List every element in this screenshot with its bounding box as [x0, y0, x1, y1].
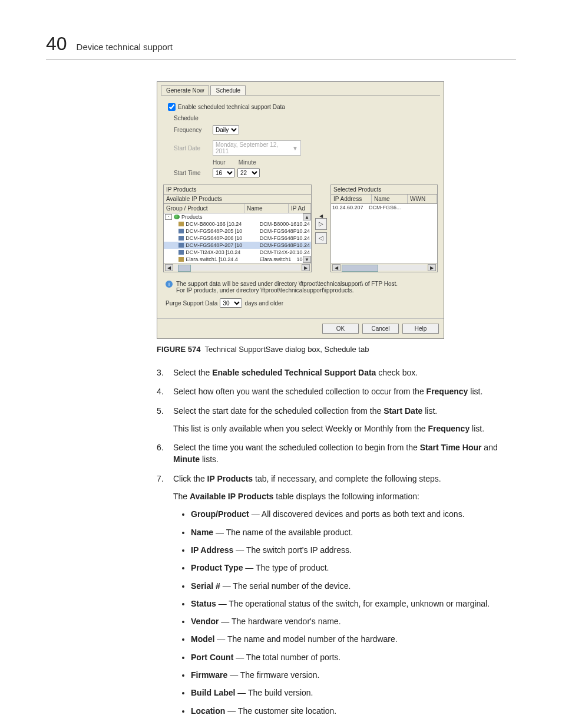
col-ip-address[interactable]: IP Ad [289, 204, 311, 213]
tab-schedule[interactable]: Schedule [210, 85, 246, 95]
device-icon [178, 222, 184, 226]
minute-select[interactable]: 22 [237, 168, 260, 177]
tree-row-name: DCM-B8000-166 [260, 221, 297, 227]
purge-suffix: days and older [244, 300, 283, 307]
horizontal-scrollbar[interactable]: ◀ ▶ [331, 263, 437, 272]
cancel-button[interactable]: Cancel [362, 324, 399, 334]
frequency-label: Frequency [174, 127, 213, 133]
selected-column-headers: IP Address Name WWN [331, 195, 437, 204]
globe-icon [174, 215, 180, 219]
move-right-button[interactable]: ▷ [315, 218, 327, 230]
list-item: Model — The name and model number of the… [191, 633, 516, 645]
tree-row-name: Elara.switch1 [260, 256, 297, 262]
frequency-select[interactable]: Daily [213, 125, 239, 134]
tree-row-ip: 10.24 [296, 249, 310, 255]
available-products-panel: IP Products Available IP Products Group … [163, 185, 312, 272]
tree-row[interactable]: Elara.switch1 [10.24.4Elara.switch110.24 [164, 256, 311, 263]
list-item: Location — The customer site location. [191, 705, 516, 717]
selected-products-list[interactable]: 10.24.60.207DCM-FGS6... [331, 204, 437, 263]
tree-row-ip: 10.24 [296, 242, 310, 248]
tree-row[interactable]: DCM-FGS648P-206 [10DCM-FGS648P-20610.24 [164, 235, 311, 242]
list-item: Port Count — The total number of ports. [191, 651, 516, 663]
ip-products-inner-tab[interactable]: IP Products [164, 185, 311, 195]
list-item: Product Type — The type of product. [191, 562, 516, 574]
tree-row[interactable]: DCM-FGS648P-205 [10DCM-FGS648P-20510.24 [164, 228, 311, 235]
tree-row-group: DCM-B8000-166 [10.24 [186, 221, 259, 227]
start-date-field[interactable]: Monday, September 12, 2011 ▼ [213, 140, 301, 156]
ok-button[interactable]: OK [322, 324, 359, 334]
list-item: Vendor — The hardware vendor's name. [191, 615, 516, 627]
field-definitions-list: Group/Product — All discovered devices a… [191, 508, 516, 717]
tree-row-ip: 10.24 [296, 221, 310, 227]
start-date-label: Start Date [174, 145, 213, 151]
info-text-line1: The support data will be saved under dir… [176, 281, 398, 287]
device-icon [178, 236, 184, 241]
selected-row-ip: 10.24.60.207 [332, 205, 369, 210]
enable-scheduled-checkbox[interactable] [168, 103, 176, 111]
device-icon [178, 229, 184, 233]
list-item: Status — The operational status of the s… [191, 598, 516, 610]
purge-days-select[interactable]: 30 [220, 298, 242, 308]
hour-select[interactable]: 16 [213, 168, 235, 177]
step-3: Select the Enable scheduled Technical Su… [157, 367, 516, 378]
tree-row-ip: 10.24 [296, 235, 310, 241]
tab-generate-now[interactable]: Generate Now [161, 85, 209, 95]
tree-row-group: DCM-FGS648P-206 [10 [186, 235, 259, 241]
device-icon [178, 257, 184, 262]
tree-row-group: DCM-TI24X-203 [10.24 [186, 249, 259, 255]
tree-row-group: Elara.switch1 [10.24.4 [186, 256, 259, 262]
step-5: Select the start date for the scheduled … [157, 405, 516, 435]
device-icon [178, 243, 184, 248]
list-item: Build Label — The build version. [191, 687, 516, 699]
tree-row-group: DCM-FGS648P-207 [10 [186, 242, 259, 248]
col-group-product[interactable]: Group / Product [164, 204, 244, 213]
scroll-right-icon[interactable]: ▶ [428, 264, 436, 271]
selected-products-panel: Selected Products IP Address Name WWN 10… [330, 185, 438, 272]
start-date-value: Monday, September 12, 2011 [216, 141, 292, 154]
tree-row[interactable]: DCM-FGS648P-207 [10DCM-FGS648P-20710.24 [164, 242, 311, 249]
tree-row-ip: 10.24 [296, 228, 310, 234]
tree-row[interactable]: DCM-TI24X-203 [10.24DCM-TI24X-20310.24 [164, 249, 311, 256]
help-button[interactable]: Help [402, 324, 439, 334]
scroll-up-icon[interactable]: ▲ [303, 213, 311, 220]
sel-col-name[interactable]: Name [372, 195, 408, 203]
step-7: Click the IP Products tab, if necessary,… [157, 473, 516, 717]
tree-root-label: Products [181, 214, 203, 220]
scroll-right-icon[interactable]: ▶ [302, 264, 310, 271]
move-left-button[interactable]: ◁ [315, 232, 327, 244]
collapse-icon[interactable]: - [165, 214, 172, 220]
selected-row-name: DCM-FGS6... [369, 205, 401, 210]
tree-row-group: DCM-FGS648P-205 [10 [186, 228, 259, 234]
chevron-down-icon: ▼ [292, 145, 298, 151]
scroll-left-icon[interactable]: ◀ [332, 264, 340, 271]
scroll-down-icon[interactable]: ▼ [303, 256, 311, 263]
figure-screenshot: Generate Now Schedule Enable scheduled t… [157, 81, 516, 339]
sel-col-ip[interactable]: IP Address [331, 195, 372, 203]
scroll-left-icon[interactable]: ◀ [165, 264, 173, 271]
schedule-subtitle: Schedule [174, 115, 438, 121]
hour-label: Hour [213, 159, 226, 166]
available-ip-products-label: Available IP Products [164, 195, 311, 204]
enable-scheduled-label: Enable scheduled technical support Data [178, 104, 285, 110]
device-icon [178, 250, 184, 255]
list-item: IP Address — The switch port's IP addres… [191, 544, 516, 556]
col-name[interactable]: Name [244, 204, 289, 213]
transfer-buttons: ◀ ▷ ◁ [315, 185, 327, 272]
selected-products-label: Selected Products [331, 185, 437, 195]
list-item: Firmware — The firmware version. [191, 669, 516, 681]
tree-row-name: DCM-FGS648P-205 [260, 228, 297, 234]
list-item: Serial # — The serial number of the devi… [191, 580, 516, 592]
horizontal-scrollbar[interactable]: ◀ ▶ [164, 263, 311, 272]
tree-row[interactable]: DCM-B8000-166 [10.24DCM-B8000-16610.24 [164, 220, 311, 228]
available-products-tree[interactable]: - Products ▲ ▼ DCM-B8000-166 [10.24DCM-B… [164, 213, 311, 263]
selected-row[interactable]: 10.24.60.207DCM-FGS6... [331, 204, 437, 211]
list-item: Group/Product — All discovered devices a… [191, 508, 516, 520]
info-note: i The support data will be saved under d… [166, 281, 435, 294]
page-header: 40 Device technical support [46, 33, 516, 60]
tree-row-name: DCM-FGS648P-207 [260, 242, 297, 248]
sel-col-wwn[interactable]: WWN [408, 195, 437, 203]
start-time-label: Start Time [174, 170, 213, 176]
page-number: 40 [46, 33, 67, 55]
tree-row-name: DCM-TI24X-203 [260, 249, 297, 255]
section-title: Device technical support [77, 42, 173, 52]
